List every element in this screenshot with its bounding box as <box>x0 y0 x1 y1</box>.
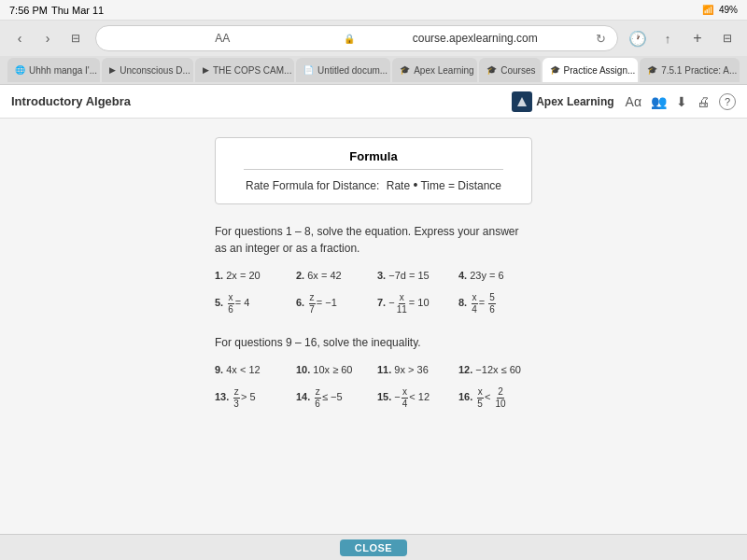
tab-label-practice: Practice Assign... <box>564 65 636 76</box>
reload-button[interactable]: ↻ <box>596 32 606 46</box>
tab-label-untitled: Untitled docum... <box>317 65 388 76</box>
status-right: 📶 49% <box>702 5 738 15</box>
tab-manga[interactable]: 🌐 Uhhh manga I'... <box>7 58 100 82</box>
problem-16-frac-right: 210 <box>494 386 506 410</box>
tab-apex[interactable]: 🎓 Apex Learning <box>392 58 477 82</box>
problem-6: 6. z7 = −1 <box>296 292 370 315</box>
bottom-bar: CLOSE <box>0 534 747 560</box>
share-button[interactable]: ↑ <box>655 26 680 50</box>
problem-3: 3. −7d = 15 <box>377 270 451 281</box>
nav-buttons: ‹ › ⊟ <box>7 26 88 50</box>
close-button[interactable]: CLOSE <box>340 539 407 556</box>
page-title: Introductory Algebra <box>11 94 131 108</box>
help-icon[interactable]: ? <box>719 93 736 110</box>
tab-label-unconscious: Unconscious D... <box>120 65 190 76</box>
back-button[interactable]: ‹ <box>7 26 32 50</box>
download-icon[interactable]: ⬇ <box>676 94 687 109</box>
tab-cops[interactable]: ▶ THE COPS CAM... <box>195 58 294 82</box>
forward-button[interactable]: › <box>35 26 60 50</box>
wifi-icon: 📶 <box>702 5 713 15</box>
problem-15-frac: x4 <box>402 386 409 410</box>
problem-10-number: 10. <box>296 364 310 375</box>
tab-favicon-751: 🎓 <box>647 65 657 75</box>
problem-2: 2. 6x = 42 <box>296 270 370 281</box>
problem-4-number: 4. <box>458 270 467 281</box>
print-icon[interactable]: 🖨 <box>697 94 710 109</box>
tab-favicon-untitled: 📄 <box>303 65 314 75</box>
problem-8: 8. x4 = 56 <box>458 292 532 315</box>
problem-3-number: 3. <box>377 270 386 281</box>
tab-label-cops: THE COPS CAM... <box>213 65 291 76</box>
problem-4-eq: 23y = 6 <box>470 270 503 281</box>
status-bar: 7:56 PM Thu Mar 11 📶 49% <box>0 0 747 21</box>
problem-13-frac: z3 <box>233 386 240 410</box>
problem-7: 7. − x11 = 10 <box>377 292 451 315</box>
problem-12-number: 12. <box>458 364 472 375</box>
problem-6-frac: z7 <box>308 292 316 315</box>
users-icon[interactable]: 👥 <box>651 94 667 109</box>
apex-logo-text: Apex Learning <box>536 95 613 108</box>
problem-8-frac-right: 56 <box>488 292 496 315</box>
tab-favicon-unconscious: ▶ <box>109 65 116 75</box>
problem-4: 4. 23y = 6 <box>458 270 532 281</box>
battery-display: 49% <box>719 5 738 15</box>
tab-favicon-practice: 🎓 <box>550 65 560 75</box>
page-header: Introductory Algebra Apex Learning Aα 👥 … <box>0 85 747 119</box>
problem-3-eq: −7d = 15 <box>388 270 429 281</box>
problem-16-frac-left: x5 <box>476 386 484 410</box>
bookmarks-button[interactable]: ⊟ <box>715 26 740 50</box>
tab-label-courses: Courses <box>500 65 535 76</box>
problem-12: 12. −12x ≤ 60 <box>458 364 532 375</box>
problem-9-number: 9. <box>215 364 223 375</box>
problem-6-number: 6. <box>296 297 304 308</box>
problem-7-frac: x11 <box>396 292 408 315</box>
problem-15-number: 15. <box>377 391 391 402</box>
problems-grid-1: 1. 2x = 20 2. 6x = 42 3. −7d = 15 4. 23y… <box>215 270 532 315</box>
problem-9: 9. 4x < 12 <box>215 364 289 375</box>
header-right: Apex Learning Aα 👥 ⬇ 🖨 ? <box>512 91 736 112</box>
problems-section: For questions 1 – 8, solve the equation.… <box>215 223 532 447</box>
nav-actions: 🕐 ↑ + ⊟ <box>626 26 740 50</box>
problem-9-eq: 4x < 12 <box>226 364 260 375</box>
problem-14: 14. z6 ≤ −5 <box>296 386 370 410</box>
tab-751[interactable]: 🎓 7.5.1 Practice: A... <box>640 58 740 82</box>
problem-10: 10. 10x ≥ 60 <box>296 364 370 375</box>
tab-label-751: 7.5.1 Practice: A... <box>661 65 737 76</box>
tab-label-apex: Apex Learning <box>414 65 474 76</box>
tab-favicon-apex: 🎓 <box>400 65 410 75</box>
formula-box: Formula Rate Formula for Distance: Rate … <box>215 137 532 204</box>
tab-courses[interactable]: 🎓 Courses <box>479 58 540 82</box>
address-aa: AA <box>107 32 338 45</box>
translate-icon[interactable]: Aα <box>626 94 641 109</box>
new-tab-button[interactable]: + <box>685 26 710 50</box>
problem-5-frac: x6 <box>227 292 234 315</box>
tabs-bar: 🌐 Uhhh manga I'... ▶ Unconscious D... ▶ … <box>0 56 747 84</box>
tab-favicon-cops: ▶ <box>203 65 209 75</box>
date-display: Thu Mar 11 <box>51 5 104 16</box>
address-bar[interactable]: AA 🔒 course.apexlearning.com ↻ <box>95 25 618 51</box>
tab-label-manga: Uhhh manga I'... <box>29 65 97 76</box>
tab-practice-assign[interactable]: 🎓 Practice Assign... <box>543 58 639 82</box>
tab-untitled[interactable]: 📄 Untitled docum... <box>296 58 390 82</box>
tabs-button[interactable]: ⊟ <box>63 26 88 50</box>
status-left: 7:56 PM Thu Mar 11 <box>9 5 104 16</box>
problem-11: 11. 9x > 36 <box>377 364 451 375</box>
problem-2-number: 2. <box>296 270 304 281</box>
problem-11-eq: 9x > 36 <box>394 364 428 375</box>
tab-favicon-courses: 🎓 <box>486 65 497 75</box>
browser-chrome: ‹ › ⊟ AA 🔒 course.apexlearning.com ↻ 🕐 ↑… <box>0 21 747 85</box>
time-display: 7:56 PM <box>9 5 48 16</box>
problem-12-eq: −12x ≤ 60 <box>475 364 521 375</box>
problem-16: 16. x5 < 210 <box>458 386 532 410</box>
problem-8-number: 8. <box>458 297 467 308</box>
problem-14-frac: z6 <box>314 386 321 410</box>
main-content: Formula Rate Formula for Distance: Rate … <box>0 119 747 535</box>
nav-bar: ‹ › ⊟ AA 🔒 course.apexlearning.com ↻ 🕐 ↑… <box>0 21 747 56</box>
problem-1-eq: 2x = 20 <box>226 270 260 281</box>
problem-13: 13. z3 > 5 <box>215 386 289 410</box>
instructions-1: For questions 1 – 8, solve the equation.… <box>215 223 532 257</box>
tab-favicon-manga: 🌐 <box>15 65 25 75</box>
clock-button[interactable]: 🕐 <box>626 26 650 50</box>
url-display: course.apexlearning.com <box>360 32 591 45</box>
tab-unconscious[interactable]: ▶ Unconscious D... <box>102 58 193 82</box>
